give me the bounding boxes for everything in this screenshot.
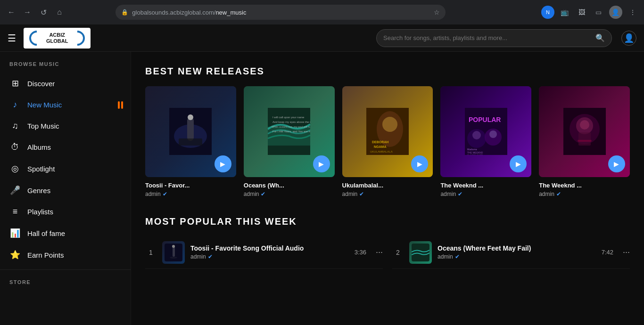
- menu-button[interactable]: ⋮: [626, 6, 639, 19]
- popular-more-1[interactable]: ···: [376, 247, 383, 257]
- sidebar-item-discover[interactable]: ⊞ Discover: [0, 73, 131, 94]
- svg-text:Maduvna: Maduvna: [467, 148, 477, 151]
- sidebar-genres-label: Genres: [27, 187, 50, 195]
- svg-rect-35: [173, 246, 175, 257]
- app-logo: ACBIZ GLOBAL: [24, 28, 91, 49]
- card-image-wrap-4: POPULAR Maduvna THE WEEKND PLAYBOI CARTI…: [440, 86, 531, 177]
- cards-grid: ▶ Toosii - Favor... admin ✔: [145, 86, 630, 197]
- verified-badge-1: ✔: [163, 191, 167, 197]
- spotlight-icon: ◎: [9, 163, 21, 174]
- svg-point-32: [580, 120, 589, 130]
- pause-indicator: [118, 101, 123, 109]
- music-card-5[interactable]: ▶ The Weeknd ... admin ✔: [539, 86, 630, 197]
- verified-badge-4: ✔: [458, 191, 462, 197]
- sidebar-albums-label: Albums: [27, 143, 51, 151]
- card-image-wrap-1: ▶: [145, 86, 236, 177]
- pause-bar-2: [121, 101, 123, 109]
- card-author-name-5: admin: [539, 191, 554, 197]
- sidebar-item-albums[interactable]: ⏱ Albums: [0, 137, 131, 158]
- hamburger-menu[interactable]: ☰: [8, 32, 16, 44]
- logo-text: ACBIZ GLOBAL: [46, 32, 68, 43]
- sidebar-item-hall-of-fame[interactable]: 📊 Hall of fame: [0, 222, 131, 244]
- svg-rect-31: [578, 132, 591, 146]
- music-card-2[interactable]: I will call upon your name And keep my e…: [244, 86, 335, 197]
- svg-rect-5: [179, 138, 202, 146]
- svg-point-36: [170, 257, 177, 259]
- extensions-button[interactable]: N: [541, 6, 554, 19]
- sidebar-item-genres[interactable]: 🎤 Genres: [0, 179, 131, 201]
- sidebar-browse-label: BROWSE MUSIC: [0, 61, 131, 73]
- play-button-4[interactable]: ▶: [510, 155, 527, 172]
- popular-author-name-1: admin: [190, 253, 206, 260]
- music-card-1[interactable]: ▶ Toosii - Favor... admin ✔: [145, 86, 236, 197]
- card-author-2: admin ✔: [244, 191, 335, 197]
- sidebar-spotlight-label: Spotlight: [27, 165, 55, 173]
- forward-button[interactable]: →: [21, 6, 34, 19]
- card-image-wrap-2: I will call upon your name And keep my e…: [244, 86, 335, 177]
- svg-text:DEBORAH: DEBORAH: [372, 140, 388, 144]
- popular-row-1[interactable]: 1 Toosii - Favorite Song Official Audio …: [145, 236, 383, 269]
- svg-text:For I AM Yours, and You are mi: For I AM Yours, and You are mine: [272, 130, 310, 133]
- pause-bar-1: [118, 101, 120, 109]
- popular-more-2[interactable]: ···: [623, 247, 630, 257]
- genres-icon: 🎤: [9, 185, 21, 195]
- discover-icon: ⊞: [9, 78, 21, 89]
- card-author-5: admin ✔: [539, 191, 630, 197]
- card-title-2: Oceans (Wh...: [244, 182, 335, 189]
- popular-verified-1: ✔: [208, 253, 213, 260]
- music-card-4[interactable]: POPULAR Maduvna THE WEEKND PLAYBOI CARTI…: [440, 86, 531, 197]
- star-icon: ☆: [434, 8, 440, 16]
- address-bar[interactable]: 🔒 globalsounds.acbizglobal.com/new_music…: [116, 5, 446, 20]
- play-button-3[interactable]: ▶: [411, 155, 428, 172]
- svg-text:UKULAMBALALA: UKULAMBALALA: [370, 150, 393, 153]
- popular-verified-2: ✔: [455, 253, 460, 260]
- play-button-2[interactable]: ▶: [313, 155, 330, 172]
- profile-button[interactable]: 👤: [609, 6, 622, 19]
- sidebar-item-earn-points[interactable]: ⭐ Earn Points: [0, 244, 131, 266]
- verified-badge-2: ✔: [261, 191, 265, 197]
- sidebar-item-playlists[interactable]: ≡ Playlists: [0, 201, 131, 222]
- card-author-name-3: admin: [342, 191, 358, 197]
- search-bar[interactable]: 🔍: [376, 29, 612, 47]
- popular-grid: 1 Toosii - Favorite Song Official Audio …: [145, 236, 630, 269]
- popular-track-title-1: Toosii - Favorite Song Official Audio: [190, 244, 349, 252]
- play-button-1[interactable]: ▶: [215, 155, 231, 172]
- card-author-name-1: admin: [145, 191, 161, 197]
- sidebar-earn-points-label: Earn Points: [27, 251, 64, 259]
- svg-rect-2: [187, 117, 194, 141]
- sidebar-toggle[interactable]: ▭: [592, 6, 605, 19]
- music-card-3[interactable]: DEBORAH NGAMA UKULAMBALALA ▶ Ukulambalal…: [342, 86, 433, 197]
- svg-text:PLAYBOI CARTI: PLAYBOI CARTI: [467, 154, 483, 155]
- card-title-4: The Weeknd ...: [440, 182, 531, 189]
- sidebar-item-new-music[interactable]: ♪ New Music: [0, 94, 131, 115]
- search-icon: 🔍: [595, 33, 605, 42]
- cast-button[interactable]: 📺: [558, 6, 571, 19]
- browser-nav: ← → ↺ ⌂: [5, 6, 66, 19]
- reload-button[interactable]: ↺: [37, 6, 50, 19]
- popular-author-row-2: admin ✔: [438, 253, 596, 260]
- logo-circle-left: [26, 27, 47, 49]
- card-title-5: The Weeknd ...: [539, 182, 630, 189]
- logo-circle-right: [67, 27, 88, 49]
- sidebar-item-spotlight[interactable]: ◎ Spotlight: [0, 158, 131, 179]
- sidebar-hall-of-fame-label: Hall of fame: [27, 229, 65, 237]
- svg-point-15: [382, 117, 397, 132]
- svg-point-24: [489, 130, 497, 138]
- playlists-icon: ≡: [9, 207, 21, 217]
- main-content: BEST NEW RELEASES ▶: [131, 52, 644, 325]
- play-button-5[interactable]: ▶: [608, 155, 625, 172]
- popular-duration-1: 3:36: [355, 249, 366, 256]
- back-button[interactable]: ←: [5, 6, 18, 19]
- user-avatar[interactable]: 👤: [621, 31, 636, 46]
- top-music-icon: ♫: [9, 121, 21, 131]
- home-button[interactable]: ⌂: [53, 6, 66, 19]
- card-author-name-2: admin: [244, 191, 259, 197]
- card-author-3: admin ✔: [342, 191, 433, 197]
- card-title-3: Ukulambalal...: [342, 182, 433, 189]
- popular-row-2[interactable]: 2 Oceans (Where Feet May Fail) admin ✔: [392, 236, 630, 269]
- new-music-icon: ♪: [9, 100, 21, 110]
- popular-author-row-1: admin ✔: [190, 253, 349, 260]
- sidebar-item-top-music[interactable]: ♫ Top Music: [0, 115, 131, 137]
- search-input[interactable]: [383, 34, 592, 41]
- screenshot-button[interactable]: 🖼: [575, 6, 588, 19]
